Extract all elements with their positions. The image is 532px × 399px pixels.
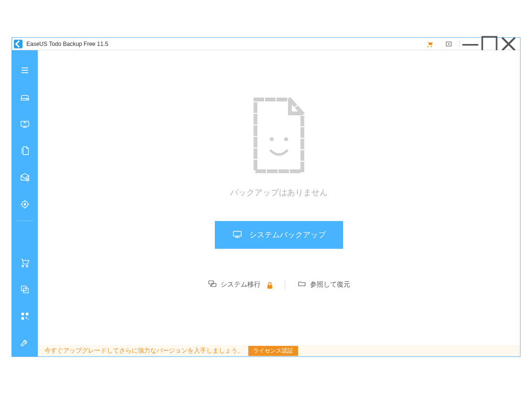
titlebar-divider [459,41,460,47]
sidebar-clone-icon[interactable] [12,276,38,303]
svg-point-28 [270,137,274,141]
app-window: EaseUS Todo Backup Free 11.5 [11,37,521,357]
svg-rect-1 [462,44,478,45]
shopping-cart-icon[interactable] [420,38,439,50]
system-backup-button[interactable]: システムバックアップ [215,221,343,249]
browse-restore-button[interactable]: 参照して復元 [285,279,363,289]
system-transfer-button[interactable]: システム移行 [196,279,285,289]
folder-icon [298,279,306,289]
sidebar-smart-backup-icon[interactable] [12,191,38,218]
license-badge[interactable]: ライセンス認証 [248,346,298,356]
sidebar-mail-backup-icon[interactable] [12,164,38,191]
sidebar-tools-grid-icon[interactable] [12,303,38,330]
dropdown-icon[interactable] [439,38,458,50]
upgrade-bar: 今すぐアップグレードしてさらに強力なバージョンを入手しましょう。 ライセンス認証 [38,345,520,356]
sidebar-cart-icon[interactable] [12,249,38,276]
system-transfer-icon [208,279,217,289]
titlebar: EaseUS Todo Backup Free 11.5 [12,38,520,50]
system-backup-icon [232,229,243,241]
sidebar-wrench-icon[interactable] [12,330,38,356]
browse-restore-label: 参照して復元 [310,280,350,289]
svg-rect-24 [26,313,29,316]
svg-point-16 [24,203,26,205]
svg-point-13 [26,178,29,181]
sidebar-file-backup-icon[interactable] [12,137,38,164]
app-title: EaseUS Todo Backup Free 11.5 [26,41,420,47]
empty-state-message: バックアップはありません [230,187,328,198]
svg-rect-27 [28,319,29,320]
svg-rect-23 [22,313,24,316]
sidebar-disk-backup-icon[interactable] [12,84,38,111]
empty-state-file-icon [251,97,307,174]
svg-point-29 [284,137,288,141]
sidebar-system-backup-icon[interactable] [12,111,38,137]
minimize-button[interactable] [461,38,480,50]
maximize-button[interactable] [480,38,499,50]
upgrade-message: 今すぐアップグレードしてさらに強力なバージョンを入手しましょう。 [44,346,244,355]
menu-icon[interactable] [12,57,38,84]
close-button[interactable] [499,38,518,50]
svg-rect-2 [482,37,497,51]
svg-rect-26 [26,317,27,319]
app-icon [14,40,22,48]
svg-rect-30 [233,232,242,236]
svg-point-7 [27,99,27,100]
main-content: バックアップはありません システムバックアップ システム移行 [38,50,520,356]
sidebar-separator [17,221,33,221]
svg-rect-25 [22,317,24,320]
sidebar [12,50,38,356]
system-transfer-label: システム移行 [221,280,261,289]
lock-icon [266,281,272,288]
system-backup-button-label: システムバックアップ [249,230,326,240]
svg-rect-35 [267,285,272,288]
